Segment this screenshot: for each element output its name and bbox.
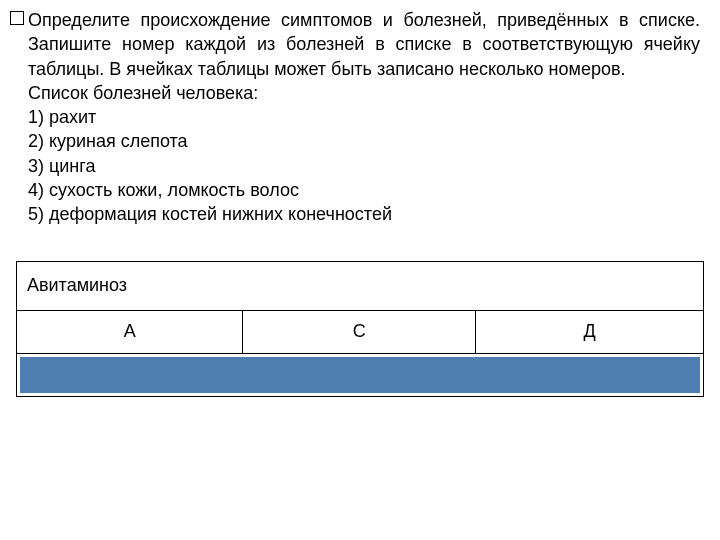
worksheet-page: Определите происхождение симптомов и бол… — [0, 0, 720, 397]
column-header-d: Д — [476, 310, 704, 353]
list-item: 1) рахит — [28, 105, 700, 129]
answer-row-cell[interactable] — [17, 353, 704, 396]
instruction-text: Определите происхождение симптомов и бол… — [28, 8, 700, 81]
answer-highlight — [20, 357, 700, 393]
question-block: Определите происхождение симптомов и бол… — [12, 8, 708, 227]
answer-table: Авитаминоз А С Д — [16, 261, 704, 397]
answer-table-wrap: Авитаминоз А С Д — [16, 261, 704, 397]
table-header-cell: Авитаминоз — [17, 261, 704, 310]
column-header-a: А — [17, 310, 243, 353]
list-item: 5) деформация костей нижних конечностей — [28, 202, 700, 226]
list-item: 4) сухость кожи, ломкость волос — [28, 178, 700, 202]
question-checkbox[interactable] — [10, 11, 24, 25]
list-item: 3) цинга — [28, 154, 700, 178]
column-header-c: С — [243, 310, 476, 353]
list-title: Список болезней человека: — [28, 81, 700, 105]
list-item: 2) куриная слепота — [28, 129, 700, 153]
